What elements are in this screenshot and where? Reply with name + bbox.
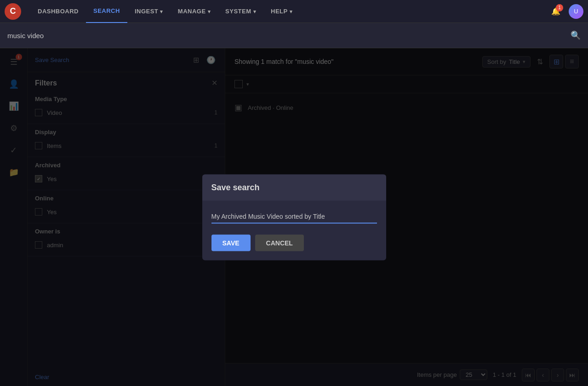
search-bar: 🔍	[0, 23, 588, 48]
save-search-modal: Save search SAVE CANCEL	[202, 174, 386, 260]
modal-body: SAVE CANCEL	[202, 200, 386, 260]
nav-system[interactable]: SYSTEM	[218, 0, 263, 23]
help-chevron-icon	[290, 8, 293, 15]
search-input[interactable]	[7, 32, 571, 40]
nav-items: DASHBOARD SEARCH INGEST MANAGE SYSTEM HE…	[30, 0, 548, 23]
modal-title: Save search	[211, 182, 377, 192]
search-icon: 🔍	[571, 30, 581, 40]
modal-actions: SAVE CANCEL	[211, 234, 377, 251]
nav-search[interactable]: SEARCH	[86, 0, 127, 23]
modal-save-button[interactable]: SAVE	[211, 234, 251, 251]
nav-right: 🔔 1 U	[548, 4, 583, 19]
system-chevron-icon	[253, 8, 257, 15]
notifications-button[interactable]: 🔔 1	[548, 4, 563, 19]
ingest-chevron-icon	[160, 8, 163, 15]
user-avatar[interactable]: U	[569, 4, 583, 19]
main-layout: ☰ 1 👤 📊 ⚙ ✓ 📁 Save Search ⊞ 🕐	[0, 48, 588, 386]
nav-manage[interactable]: MANAGE	[171, 0, 218, 23]
manage-chevron-icon	[208, 8, 211, 15]
nav-help[interactable]: HELP	[263, 0, 300, 23]
logo[interactable]: C	[5, 3, 21, 20]
top-nav: C DASHBOARD SEARCH INGEST MANAGE SYSTEM …	[0, 0, 588, 23]
modal-cancel-button[interactable]: CANCEL	[255, 234, 304, 251]
modal-header: Save search	[202, 174, 386, 200]
nav-ingest[interactable]: INGEST	[127, 0, 171, 23]
save-search-name-input[interactable]	[211, 210, 377, 223]
nav-dashboard[interactable]: DASHBOARD	[30, 0, 86, 23]
notification-badge: 1	[556, 4, 563, 11]
